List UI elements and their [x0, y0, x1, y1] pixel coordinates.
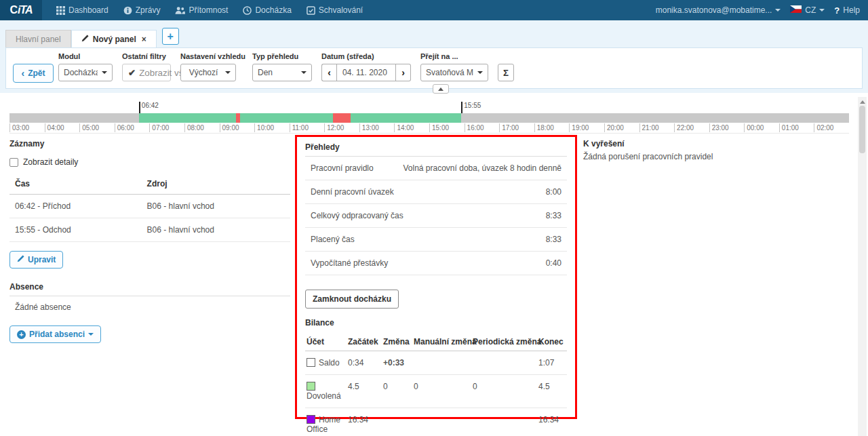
field-typ-prehledu: Typ přehledu Den: [252, 52, 312, 81]
hour-tick: [465, 123, 465, 132]
event-marker-label: 15:55: [464, 102, 481, 109]
top-navbar: CiTA Dashboard Zprávy Přítomnost Docházk…: [0, 0, 868, 20]
balance-title: Bilance: [305, 318, 567, 328]
table-row[interactable]: 15:55 - Odchod B06 - hlavní vchod: [9, 218, 290, 242]
balance-end: 1:07: [537, 351, 567, 375]
chevron-down-icon: [225, 71, 231, 74]
nav-item-zpravy[interactable]: Zprávy: [116, 0, 168, 20]
add-panel-button[interactable]: +: [162, 28, 179, 45]
help-link[interactable]: ? Help: [834, 5, 860, 16]
help-question-icon: ?: [834, 5, 840, 16]
balance-table: Účet Začátek Změna Manuální změna Period…: [305, 333, 567, 436]
next-day-button[interactable]: ›: [396, 64, 411, 81]
record-source: B06 - hlavní vchod: [142, 218, 290, 242]
person-select[interactable]: Svatoňová Mo...: [420, 64, 488, 81]
language-menu[interactable]: CZ: [790, 5, 825, 15]
record-source: B06 - hlavní vchod: [142, 195, 290, 218]
table-row[interactable]: 06:42 - Příchod B06 - hlavní vchod: [9, 195, 290, 218]
date-input[interactable]: 04. 11. 2020: [336, 64, 396, 81]
view-type-select[interactable]: Den: [252, 64, 312, 81]
people-icon: [175, 6, 185, 15]
date-value: 04. 11. 2020: [342, 68, 387, 77]
balance-periodic: [471, 408, 537, 436]
close-icon[interactable]: ×: [142, 35, 146, 44]
hour-tick: [115, 123, 115, 132]
balance-manual: [412, 408, 471, 436]
hour-tick: [674, 123, 675, 132]
app-logo[interactable]: CiTA: [0, 0, 42, 20]
to-resolve-panel: K vyřešení Žádná porušení pracovních pra…: [583, 139, 827, 161]
appearance-select[interactable]: Výchozí: [180, 64, 236, 81]
hour-label: 05:00: [82, 124, 99, 132]
hour-label: 21:00: [642, 124, 659, 132]
overview-label: Placený čas: [311, 235, 355, 244]
chevron-down-icon: [775, 9, 781, 12]
language-code: CZ: [805, 5, 816, 15]
event-marker-label: 06:42: [142, 102, 159, 109]
field-label: Přejít na ...: [420, 52, 488, 64]
nav-item-pritomnost[interactable]: Přítomnost: [167, 0, 235, 20]
nav-item-dashboard[interactable]: Dashboard: [49, 0, 116, 20]
chevron-down-icon: [477, 71, 483, 74]
field-nastaveni-vzhledu: Nastavení vzhledu Výchozí: [180, 52, 243, 81]
edit-button[interactable]: Upravit: [9, 251, 63, 269]
tab-hlavni-panel[interactable]: Hlavní panel: [5, 30, 71, 47]
user-menu[interactable]: monika.svatonova@mobatime...: [656, 5, 781, 15]
hour-label: 23:00: [712, 124, 729, 132]
toolbar-panel: ‹ Zpět Modul Docházka Ostatní filtry ✔ Z…: [5, 47, 863, 89]
hour-tick: [394, 123, 395, 132]
info-icon: [123, 6, 132, 15]
back-button[interactable]: ‹ Zpět: [13, 64, 54, 83]
nav-item-schvalovani[interactable]: Schvalování: [299, 0, 370, 20]
hour-tick: [744, 123, 745, 132]
nav-label: Docházka: [255, 5, 291, 15]
overview-panel-highlighted: Přehledy Pracovní pravidlo Volná pracovn…: [295, 135, 577, 419]
selected-value: Docházka: [64, 68, 98, 77]
tab-novy-panel[interactable]: Nový panel ×: [71, 30, 157, 47]
hour-tick: [639, 123, 640, 132]
hour-label: 14:00: [397, 124, 414, 132]
nav-label: Přítomnost: [189, 5, 228, 15]
modul-select[interactable]: Docházka: [58, 64, 113, 81]
clock-icon: [243, 6, 252, 15]
main-content: 06:4215:55 03:0004:0005:0006:0007:0008:0…: [0, 93, 868, 436]
hour-label: 13:00: [362, 124, 379, 132]
table-row: Dovolená 4.5 0 0 0 4.5: [305, 375, 567, 408]
hour-tick: [254, 123, 255, 132]
prev-day-button[interactable]: ‹: [321, 64, 336, 81]
plus-icon: +: [167, 31, 174, 43]
show-details-toggle[interactable]: Zobrazit detaily: [9, 157, 290, 167]
lock-attendance-button[interactable]: Zamknout docházku: [305, 290, 399, 309]
main-menu: Dashboard Zprávy Přítomnost Docházka Sch…: [49, 0, 370, 20]
hour-label: 10:00: [257, 124, 274, 132]
column-header: Účet: [305, 333, 347, 351]
column-header: Změna: [382, 333, 412, 351]
add-absence-button[interactable]: + Přidat absenci: [9, 325, 101, 343]
timeline-markers: 06:4215:55: [9, 100, 849, 113]
scroll-up-arrow-icon[interactable]: [860, 100, 865, 104]
sum-button[interactable]: Σ: [498, 64, 514, 81]
chevron-down-icon: [819, 9, 825, 12]
checkbox-icon[interactable]: [9, 158, 18, 167]
balance-periodic: 0: [471, 375, 537, 408]
field-ostatni-filtry: Ostatní filtry ✔ Zobrazit vše: [122, 52, 171, 81]
account-name: Dovolená: [307, 391, 341, 401]
overview-label: Pracovní pravidlo: [311, 163, 374, 173]
nav-label: Dashboard: [68, 5, 108, 15]
field-modul: Modul Docházka: [58, 52, 113, 81]
absence-title: Absence: [9, 282, 290, 296]
selected-value: Svatoňová Mo...: [426, 68, 473, 77]
nav-item-dochazka[interactable]: Docházka: [235, 0, 298, 20]
collapse-toolbar-button[interactable]: [433, 84, 449, 94]
hour-label: 15:00: [432, 124, 449, 132]
approve-icon: [307, 6, 315, 15]
show-all-filter-button[interactable]: ✔ Zobrazit vše: [122, 64, 171, 81]
scrollbar-thumb[interactable]: [859, 106, 865, 153]
column-header: Začátek: [347, 333, 382, 351]
chevron-left-icon: ‹: [328, 67, 331, 78]
hour-label: 00:00: [747, 124, 764, 132]
column-header: Manuální změna: [412, 333, 471, 351]
vertical-scrollbar[interactable]: [858, 97, 867, 436]
show-details-label: Zobrazit detaily: [23, 157, 78, 167]
table-row: Home Office 16:34 16:34: [305, 408, 567, 436]
